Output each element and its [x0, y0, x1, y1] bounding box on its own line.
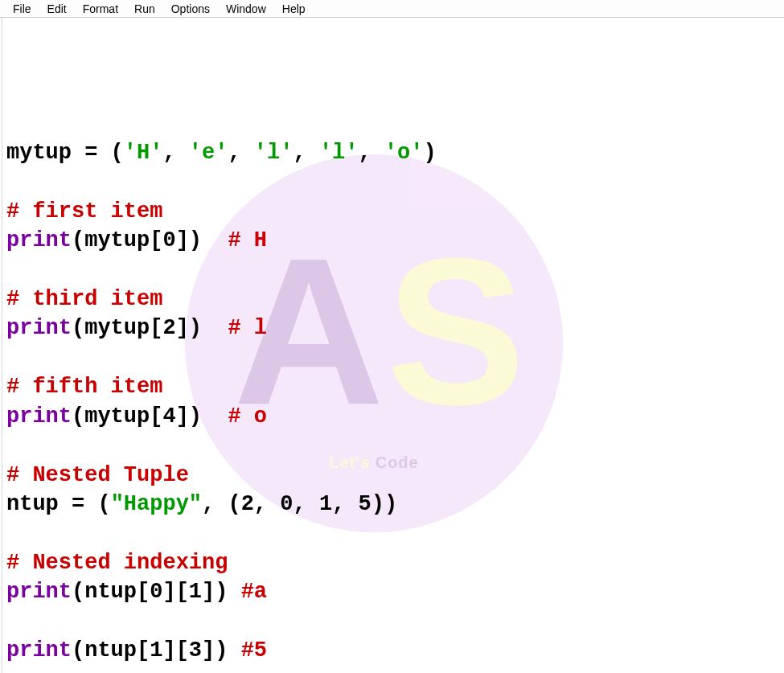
line-4: print(mytup[0]) # H [6, 228, 267, 252]
menu-edit[interactable]: Edit [39, 2, 75, 16]
menu-file[interactable]: File [5, 2, 39, 16]
menu-run[interactable]: Run [126, 2, 163, 16]
line-15: # Nested indexing [6, 551, 228, 575]
menu-window[interactable]: Window [218, 2, 274, 16]
line-13: ntup = ("Happy", (2, 0, 1, 5)) [6, 492, 397, 516]
menu-format[interactable]: Format [75, 2, 126, 16]
line-12: # Nested Tuple [6, 463, 189, 487]
line-18: print(ntup[1][3]) #5 [6, 638, 267, 663]
line-1: mytup = ('H', 'e', 'l', 'l', 'o') [6, 141, 437, 165]
menu-bar: File Edit Format Run Options Window Help [0, 0, 784, 18]
line-16: print(ntup[0][1]) #a [6, 580, 267, 604]
line-10: print(mytup[4]) # o [6, 404, 267, 429]
line-6: # third item [6, 287, 162, 311]
line-3: # first item [6, 199, 162, 224]
code-content: mytup = ('H', 'e', 'l', 'l', 'o') # firs… [6, 109, 779, 673]
line-9: # fifth item [6, 375, 162, 399]
code-editor[interactable]: A S Let's Code mytup = ('H', 'e', 'l', '… [0, 18, 784, 673]
menu-help[interactable]: Help [274, 2, 314, 16]
menu-options[interactable]: Options [163, 2, 218, 16]
line-7: print(mytup[2]) # l [6, 316, 267, 340]
